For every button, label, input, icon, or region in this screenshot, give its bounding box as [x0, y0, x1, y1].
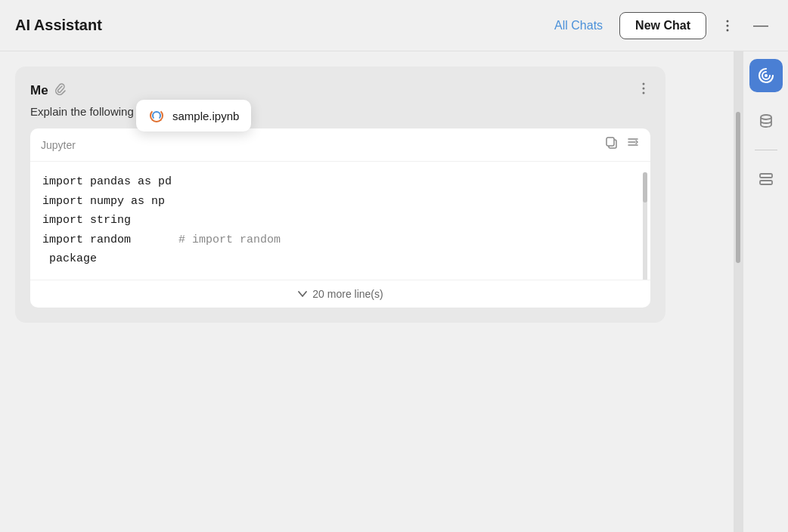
header-actions: All Chats New Chat —: [547, 12, 773, 39]
code-line: import numpy as np: [42, 192, 638, 212]
chat-area: Me: [0, 51, 734, 532]
attach-icon: [54, 83, 67, 98]
svg-point-11: [765, 74, 768, 77]
sidebar-database-button[interactable]: [749, 104, 783, 138]
sidebar-layout-button[interactable]: [749, 162, 783, 196]
scroll-track[interactable]: [734, 51, 743, 532]
all-chats-button[interactable]: All Chats: [547, 14, 610, 37]
format-code-button[interactable]: [626, 136, 640, 153]
more-options-button[interactable]: [715, 14, 740, 38]
chat-card-header: Me: [30, 82, 650, 99]
sidebar-ai-assistant-button[interactable]: [749, 59, 783, 92]
lines-icon: [626, 136, 640, 150]
svg-rect-7: [607, 138, 614, 146]
svg-point-5: [643, 92, 645, 94]
copy-code-button[interactable]: [605, 136, 619, 153]
svg-point-3: [643, 83, 645, 85]
minimize-icon: —: [753, 17, 768, 34]
svg-point-1: [727, 24, 729, 26]
message-text: Expla: [30, 105, 59, 118]
minimize-button[interactable]: —: [749, 14, 773, 38]
dots-vertical-icon: [721, 19, 734, 32]
code-block-header: Jupyter: [30, 128, 650, 162]
svg-rect-14: [760, 181, 772, 184]
new-chat-button[interactable]: New Chat: [619, 12, 706, 39]
chat-user: Me: [30, 83, 67, 98]
app-title: AI Assistant: [15, 17, 102, 34]
code-line: import string: [42, 211, 638, 230]
more-lines-text: 20 more line(s): [312, 288, 383, 300]
show-more-lines-button[interactable]: 20 more line(s): [30, 280, 650, 308]
file-name: sample.ipynb: [172, 110, 239, 122]
svg-point-4: [643, 88, 645, 90]
code-scrollbar[interactable]: [643, 172, 647, 280]
copy-icon: [605, 136, 619, 150]
jupyter-icon: [148, 107, 165, 124]
chevron-down-icon: [297, 289, 308, 299]
right-sidebar: [743, 51, 788, 532]
header: AI Assistant All Chats New Chat —: [0, 0, 788, 51]
code-block-label: Jupyter: [41, 139, 76, 151]
code-line: import pandas as pd: [42, 172, 638, 192]
chat-more-button[interactable]: [637, 82, 650, 99]
code-block-actions: [605, 136, 640, 153]
svg-point-12: [761, 115, 771, 119]
code-block: Jupyter: [30, 128, 650, 308]
message-text-suffix: in: [59, 105, 68, 118]
svg-point-0: [727, 20, 729, 22]
svg-point-2: [727, 29, 729, 31]
ai-swirl-icon: [756, 66, 776, 85]
file-tooltip: sample.ipynb: [136, 100, 251, 131]
scroll-thumb: [736, 112, 740, 263]
sidebar-divider: [755, 150, 777, 150]
user-name-text: Me: [30, 83, 48, 98]
svg-rect-13: [760, 174, 772, 178]
code-line: package: [42, 249, 638, 269]
chat-message: Explain the following er code:: [30, 105, 650, 118]
code-content: import pandas as pd import numpy as np i…: [30, 162, 650, 280]
dots-vertical-icon: [637, 82, 650, 95]
rows-icon: [756, 169, 776, 189]
code-scrollbar-thumb: [643, 172, 647, 203]
chat-card: Me: [15, 66, 665, 323]
database-icon: [756, 111, 776, 131]
code-line: import random # import random: [42, 230, 638, 250]
